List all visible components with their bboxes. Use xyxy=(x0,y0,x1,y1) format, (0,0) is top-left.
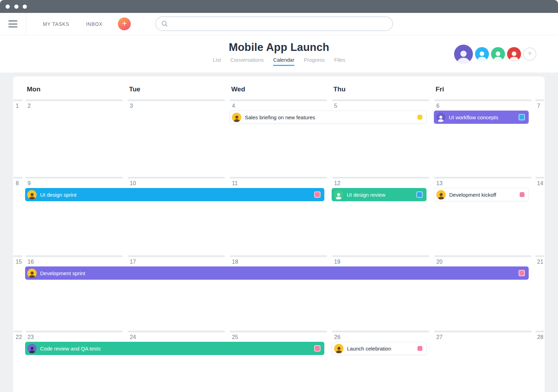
date-number[interactable]: 19 xyxy=(334,259,340,265)
date-number[interactable]: 1 xyxy=(16,103,19,109)
date-number[interactable]: 25 xyxy=(232,334,238,340)
event-title: Launch celebration xyxy=(347,346,391,352)
task-status-marker[interactable] xyxy=(314,345,321,352)
calendar-event[interactable]: UI workflow concepts xyxy=(434,111,529,124)
nav-item-my-tasks[interactable]: MY TASKS xyxy=(43,21,69,27)
day-header: Thu xyxy=(333,85,346,93)
create-task-button[interactable]: + xyxy=(118,17,131,30)
date-number[interactable]: 11 xyxy=(232,180,238,187)
assignee-avatar xyxy=(27,344,37,353)
date-number[interactable]: 12 xyxy=(334,180,340,187)
window-close-icon[interactable] xyxy=(6,5,10,9)
event-title: Development sprint xyxy=(40,270,85,276)
event-title: Development kickoff xyxy=(449,192,496,198)
date-number[interactable]: 4 xyxy=(232,103,235,109)
date-number[interactable]: 18 xyxy=(232,259,238,265)
task-status-marker[interactable] xyxy=(519,270,525,276)
avatar[interactable] xyxy=(491,47,505,61)
day-header: Mon xyxy=(27,85,40,93)
event-title: UI design sprint xyxy=(40,192,76,198)
task-status-marker[interactable] xyxy=(416,191,423,198)
calendar-event[interactable]: Sales briefing on new features xyxy=(229,111,427,124)
date-number[interactable]: 21 xyxy=(537,259,543,265)
avatar[interactable] xyxy=(475,47,489,61)
date-number[interactable]: 13 xyxy=(436,180,443,187)
search-input[interactable] xyxy=(171,17,392,31)
calendar-week-row: 22 23 24 25 26 27 28 Code review and QA … xyxy=(13,329,545,392)
date-number[interactable]: 22 xyxy=(16,334,22,340)
tab-conversations[interactable]: Conversations xyxy=(230,57,264,66)
hamburger-icon xyxy=(8,19,17,29)
assignee-avatar xyxy=(334,190,343,199)
assignee-avatar xyxy=(334,344,344,353)
calendar-week-row: 1 2 3 4 5 6 7 Sales briefing on new feat… xyxy=(13,98,545,175)
calendar-week-row: 15 16 17 18 19 20 21 Development sprint xyxy=(13,254,545,329)
day-header: Tue xyxy=(129,85,140,93)
tab-files[interactable]: Files xyxy=(334,57,345,66)
calendar-week-row: 8 9 10 11 12 13 14 UI design sprint xyxy=(13,175,545,254)
avatar[interactable] xyxy=(507,47,521,61)
date-number[interactable]: 17 xyxy=(130,259,136,265)
project-members: + xyxy=(454,45,536,63)
nav-item-inbox[interactable]: INBOX xyxy=(86,21,103,27)
date-number[interactable]: 14 xyxy=(537,180,543,187)
date-number[interactable]: 16 xyxy=(28,259,34,265)
date-number[interactable]: 2 xyxy=(28,103,31,109)
add-member-button[interactable]: + xyxy=(523,47,536,61)
top-navbar: MY TASKS INBOX + xyxy=(0,13,558,35)
task-status-marker[interactable] xyxy=(417,115,422,120)
date-number[interactable]: 10 xyxy=(130,180,136,187)
date-number[interactable]: 7 xyxy=(537,103,540,109)
date-number[interactable]: 27 xyxy=(436,334,443,340)
search-bar[interactable] xyxy=(155,16,393,31)
date-number[interactable]: 20 xyxy=(436,259,443,265)
task-status-marker[interactable] xyxy=(520,192,525,197)
date-number[interactable]: 9 xyxy=(28,180,31,187)
date-number[interactable]: 6 xyxy=(436,103,439,109)
calendar-event[interactable]: Development sprint xyxy=(25,266,529,280)
window-title-bar xyxy=(0,0,558,13)
assignee-avatar xyxy=(27,190,37,199)
app-window: MY TASKS INBOX + Mobile App Launch List … xyxy=(0,0,558,392)
date-number[interactable]: 24 xyxy=(130,334,136,340)
task-status-marker[interactable] xyxy=(519,114,525,120)
date-number[interactable]: 8 xyxy=(16,180,19,187)
event-title: Sales briefing on new features xyxy=(245,114,315,120)
window-minimize-icon[interactable] xyxy=(14,5,18,9)
date-number[interactable]: 28 xyxy=(537,334,543,340)
date-number[interactable]: 23 xyxy=(28,334,34,340)
assignee-avatar xyxy=(27,269,37,278)
task-status-marker[interactable] xyxy=(417,346,422,351)
assignee-avatar xyxy=(436,190,446,199)
date-number[interactable]: 3 xyxy=(130,103,133,109)
day-header-row: Mon Tue Wed Thu Fri xyxy=(13,76,545,98)
date-number[interactable]: 5 xyxy=(334,103,337,109)
search-icon xyxy=(161,20,168,28)
tab-progress[interactable]: Progress xyxy=(304,57,325,66)
calendar-event[interactable]: UI design sprint xyxy=(25,188,324,201)
tab-calendar[interactable]: Calendar xyxy=(273,57,294,66)
calendar-board: Mon Tue Wed Thu Fri 1 2 3 4 5 6 7 xyxy=(0,73,558,392)
sidebar-toggle-button[interactable] xyxy=(0,13,26,35)
calendar-event[interactable]: UI design review xyxy=(332,188,427,201)
calendar-event[interactable]: Launch celebration xyxy=(332,342,427,355)
date-number[interactable]: 26 xyxy=(334,334,340,340)
date-number[interactable]: 15 xyxy=(16,259,22,265)
event-title: UI workflow concepts xyxy=(449,114,498,120)
event-title: Code review and QA tests xyxy=(40,346,100,352)
assignee-avatar xyxy=(436,113,445,122)
assignee-avatar xyxy=(232,113,241,122)
task-status-marker[interactable] xyxy=(314,191,321,198)
day-header: Wed xyxy=(231,85,245,93)
calendar-event[interactable]: Development kickoff xyxy=(434,188,529,201)
event-title: UI design review xyxy=(347,192,385,198)
window-maximize-icon[interactable] xyxy=(23,5,27,9)
tab-list[interactable]: List xyxy=(213,57,221,66)
calendar-card: Mon Tue Wed Thu Fri 1 2 3 4 5 6 7 xyxy=(13,76,545,392)
project-header: Mobile App Launch List Conversations Cal… xyxy=(0,35,558,73)
calendar-event[interactable]: Code review and QA tests xyxy=(25,342,324,355)
day-header: Fri xyxy=(436,85,444,93)
avatar[interactable] xyxy=(454,45,473,63)
